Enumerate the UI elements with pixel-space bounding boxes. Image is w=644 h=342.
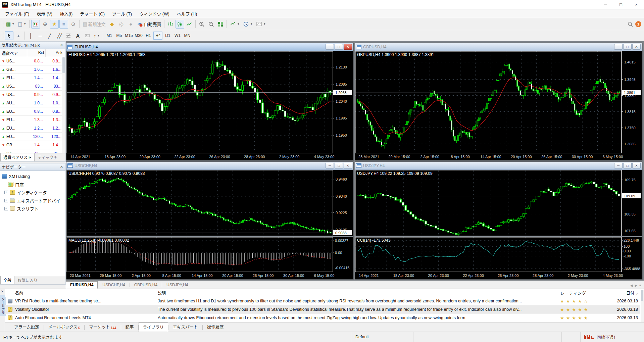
chart-canvas[interactable]: 1.21301.20851.20401.19951.19501.206314 A…: [66, 51, 353, 160]
close-icon[interactable]: ✕: [632, 44, 641, 50]
restore-icon[interactable]: □: [623, 163, 632, 168]
column-header[interactable]: Bid: [27, 49, 46, 57]
chart-title-bar[interactable]: EURUSD,H4─□✕: [66, 43, 353, 51]
new-chart-button[interactable]: ▦▼: [5, 20, 16, 29]
market-watch-row[interactable]: ▼GB...1.4...1.4...: [0, 141, 65, 149]
navigator-toggle[interactable]: ≡: [59, 20, 68, 29]
toolbar-grip[interactable]: [2, 20, 3, 28]
timeframe-button-m30[interactable]: M30: [134, 32, 143, 40]
chart-title-bar[interactable]: USDJPY,H4─□✕: [355, 162, 642, 170]
navigator-titlebar[interactable]: ナビゲーター ✕: [0, 163, 65, 171]
signals-button[interactable]: ●: [126, 20, 135, 29]
minimize-icon[interactable]: ─: [614, 163, 623, 168]
navigator-item[interactable]: +スクリプト: [2, 204, 65, 212]
scroll-right-icon[interactable]: ▶: [635, 284, 637, 287]
navigator-item[interactable]: +ƒインディケータ: [2, 188, 65, 196]
terminal-tab[interactable]: ライブラリ: [139, 322, 168, 332]
terminal-scrollbar[interactable]: [641, 290, 644, 322]
channel-button[interactable]: ╱╱: [55, 31, 63, 40]
trendline-button[interactable]: ╱: [45, 31, 54, 40]
menu-item[interactable]: 挿入(I): [56, 9, 76, 18]
menu-item[interactable]: ヘルプ (H): [173, 9, 201, 18]
close-icon[interactable]: ✕: [0, 289, 5, 293]
expand-icon[interactable]: +: [4, 207, 8, 210]
navigator-tab[interactable]: お気に入り: [14, 276, 41, 284]
restore-icon[interactable]: □: [335, 163, 343, 168]
restore-icon[interactable]: □: [335, 44, 343, 50]
line-chart-button[interactable]: [185, 20, 194, 29]
close-icon[interactable]: ✕: [344, 44, 352, 50]
market-watch-row[interactable]: ▲AU...1.0...1.0...: [0, 99, 65, 107]
close-icon[interactable]: ✕: [344, 163, 352, 168]
market-watch-titlebar[interactable]: 気配値表示: 16:24:53 ✕: [0, 42, 65, 49]
market-watch-row[interactable]: ▼US...0.8...0.8...: [0, 57, 65, 65]
market-watch-row[interactable]: ▼US...0.9...0.9...: [0, 91, 65, 99]
timeframe-button-w1[interactable]: W1: [173, 32, 182, 40]
chart-window-usdjpy[interactable]: USDJPY,H4─□✕109.75108.35107.65109.09226.…: [355, 161, 642, 279]
terminal-tab[interactable]: 操作履歴: [203, 322, 228, 332]
new-order-button[interactable]: ▤新規注文: [81, 20, 107, 29]
column-header-name[interactable]: 名前: [5, 290, 158, 296]
menu-item[interactable]: チャート (C): [76, 9, 108, 18]
crosshair-window-button[interactable]: ⊕: [41, 20, 49, 29]
periods-button[interactable]: ▼: [242, 20, 254, 29]
menu-item[interactable]: ウィンドウ (W): [136, 9, 173, 18]
restore-icon[interactable]: □: [623, 44, 632, 50]
library-row[interactable]: ƒVolatility OscillatorThe current bar vo…: [5, 305, 640, 314]
vertical-line-button[interactable]: │: [27, 31, 35, 40]
autotrading-button[interactable]: 自動売買: [136, 20, 162, 29]
close-icon[interactable]: ×: [629, 0, 644, 9]
bar-chart-button[interactable]: [166, 20, 175, 29]
market-watch-row[interactable]: ▲EU...1.2...1.2...: [0, 124, 65, 133]
maximize-icon[interactable]: □: [613, 0, 629, 9]
profiles-button[interactable]: ◫▼: [16, 20, 28, 29]
market-watch-tab[interactable]: 通貨ペアリスト: [0, 153, 35, 161]
timeframe-button-m5[interactable]: M5: [114, 32, 123, 40]
crosshair-button[interactable]: +: [14, 31, 23, 40]
expand-icon[interactable]: +: [4, 191, 8, 194]
minimize-icon[interactable]: ─: [598, 0, 613, 9]
experts-button[interactable]: ◎: [117, 20, 126, 29]
market-watch-scrollbar[interactable]: [62, 57, 65, 153]
text-label-button[interactable]: [83, 31, 92, 40]
library-row[interactable]: ƒAuto Fibonacci Retracement Levels MT4Au…: [5, 314, 640, 322]
chart-window-eurusd[interactable]: EURUSD,H4─□✕1.21301.20851.20401.19951.19…: [66, 43, 353, 160]
status-connection[interactable]: 回線不通！: [581, 332, 644, 342]
navigator-item[interactable]: 口座: [2, 180, 65, 188]
status-profile[interactable]: Default: [352, 332, 413, 342]
candlestick-button[interactable]: [176, 20, 184, 29]
market-watch-row[interactable]: ▲EU...120...120...: [0, 133, 65, 141]
minimize-icon[interactable]: ─: [326, 163, 334, 168]
timeframe-button-m1[interactable]: M1: [105, 32, 114, 40]
zoom-in-button[interactable]: [197, 20, 206, 29]
chart-window-gbpusd[interactable]: GBPUSD,H4─□✕1.40151.39451.38801.38151.37…: [355, 43, 642, 160]
terminal-tab[interactable]: 記事: [121, 322, 138, 332]
tile-windows-button[interactable]: [216, 20, 225, 29]
chart-title-bar[interactable]: USDCHF,H4─□✕: [66, 162, 353, 170]
favorites-button[interactable]: ★: [50, 20, 59, 29]
indicators-button[interactable]: ▼: [229, 20, 241, 29]
scrollbar-thumb[interactable]: [62, 57, 65, 73]
market-watch-row[interactable]: ▲US...83...83...: [0, 82, 65, 91]
terminal-tab[interactable]: アラーム設定: [10, 322, 44, 332]
timeframe-button-h1[interactable]: H1: [144, 32, 153, 40]
market-watch-row[interactable]: ▲GB...1.6...1.6...: [0, 65, 65, 74]
column-header-rating[interactable]: レーティング: [560, 290, 610, 296]
timeframe-button-h4[interactable]: H4: [153, 32, 162, 40]
column-header-date[interactable]: 日付▽: [610, 290, 640, 296]
timeframe-button-m15[interactable]: M15: [124, 32, 133, 40]
chart-tab[interactable]: GBPUSD,H4: [130, 281, 162, 289]
chart-canvas[interactable]: 109.75108.35107.65109.09226.14461000.00-…: [355, 170, 642, 279]
chart-canvas[interactable]: 1.40151.39451.38801.38151.37501.36851.38…: [355, 51, 642, 160]
cursor-button[interactable]: [5, 31, 13, 40]
column-header-desc[interactable]: 説明: [158, 290, 560, 296]
navigator-item[interactable]: +エキスパートアドバイザ: [2, 196, 65, 204]
terminal-tab[interactable]: マーケット144: [85, 322, 120, 332]
toolbar-grip[interactable]: [2, 32, 3, 39]
search-icon[interactable]: [627, 21, 633, 27]
market-watch-row[interactable]: ▲EU...1.4...1.4...: [0, 74, 65, 82]
market-watch-toggle[interactable]: [31, 20, 40, 29]
library-row[interactable]: VR Rsi Robot is a multi-timeframe tradin…: [5, 297, 640, 305]
strategy-tester-button[interactable]: ⊙: [69, 20, 78, 29]
timeframe-button-mn[interactable]: MN: [183, 32, 192, 40]
